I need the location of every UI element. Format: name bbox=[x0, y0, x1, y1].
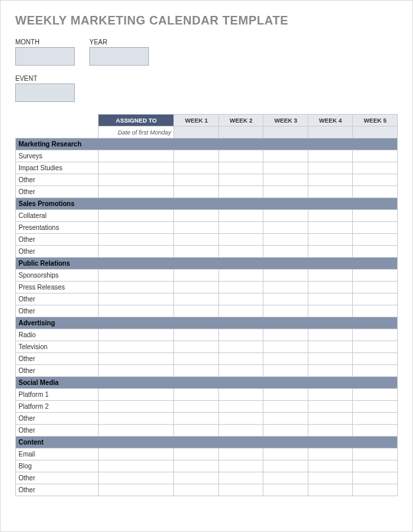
week-cell[interactable] bbox=[263, 329, 308, 341]
assigned-cell[interactable] bbox=[99, 401, 174, 413]
week-cell[interactable] bbox=[174, 353, 218, 365]
week-cell[interactable] bbox=[218, 341, 263, 353]
week-cell[interactable] bbox=[263, 425, 308, 437]
week-cell[interactable] bbox=[174, 246, 218, 258]
week-cell[interactable] bbox=[353, 449, 398, 460]
week-cell[interactable] bbox=[308, 293, 352, 305]
week-cell[interactable] bbox=[263, 246, 308, 258]
week-cell[interactable] bbox=[174, 425, 218, 437]
week-cell[interactable] bbox=[308, 329, 352, 341]
week-cell[interactable] bbox=[263, 186, 308, 198]
week-cell[interactable] bbox=[308, 389, 352, 401]
week-cell[interactable] bbox=[263, 305, 308, 317]
week-cell[interactable] bbox=[263, 389, 308, 401]
assigned-cell[interactable] bbox=[99, 293, 174, 305]
week-cell[interactable] bbox=[308, 484, 352, 496]
week-cell[interactable] bbox=[263, 293, 308, 305]
week-cell[interactable] bbox=[353, 210, 398, 222]
assigned-cell[interactable] bbox=[99, 174, 174, 186]
week-cell[interactable] bbox=[174, 449, 218, 460]
week-cell[interactable] bbox=[218, 282, 263, 293]
week-cell[interactable] bbox=[353, 472, 398, 484]
week-cell[interactable] bbox=[353, 282, 398, 293]
week-cell[interactable] bbox=[174, 282, 218, 293]
week-cell[interactable] bbox=[174, 210, 218, 222]
week-cell[interactable] bbox=[174, 270, 218, 282]
date-week-3[interactable] bbox=[263, 127, 308, 138]
week-cell[interactable] bbox=[263, 401, 308, 413]
week-cell[interactable] bbox=[308, 413, 352, 425]
week-cell[interactable] bbox=[174, 222, 218, 234]
week-cell[interactable] bbox=[174, 365, 218, 377]
week-cell[interactable] bbox=[174, 329, 218, 341]
month-input[interactable] bbox=[15, 47, 75, 66]
week-cell[interactable] bbox=[218, 162, 263, 174]
week-cell[interactable] bbox=[353, 186, 398, 198]
week-cell[interactable] bbox=[218, 460, 263, 472]
assigned-cell[interactable] bbox=[99, 449, 174, 460]
week-cell[interactable] bbox=[263, 174, 308, 186]
assigned-cell[interactable] bbox=[99, 353, 174, 365]
date-week-1[interactable] bbox=[174, 127, 218, 138]
date-week-4[interactable] bbox=[308, 127, 352, 138]
week-cell[interactable] bbox=[353, 222, 398, 234]
week-cell[interactable] bbox=[308, 353, 352, 365]
week-cell[interactable] bbox=[308, 460, 352, 472]
assigned-cell[interactable] bbox=[99, 365, 174, 377]
assigned-cell[interactable] bbox=[99, 389, 174, 401]
week-cell[interactable] bbox=[353, 413, 398, 425]
date-week-2[interactable] bbox=[218, 127, 263, 138]
week-cell[interactable] bbox=[353, 293, 398, 305]
week-cell[interactable] bbox=[218, 353, 263, 365]
week-cell[interactable] bbox=[174, 401, 218, 413]
week-cell[interactable] bbox=[174, 162, 218, 174]
week-cell[interactable] bbox=[308, 449, 352, 460]
assigned-cell[interactable] bbox=[99, 460, 174, 472]
week-cell[interactable] bbox=[308, 305, 352, 317]
week-cell[interactable] bbox=[174, 293, 218, 305]
week-cell[interactable] bbox=[353, 401, 398, 413]
assigned-cell[interactable] bbox=[99, 222, 174, 234]
assigned-cell[interactable] bbox=[99, 186, 174, 198]
week-cell[interactable] bbox=[263, 413, 308, 425]
week-cell[interactable] bbox=[218, 365, 263, 377]
week-cell[interactable] bbox=[263, 150, 308, 162]
week-cell[interactable] bbox=[308, 401, 352, 413]
week-cell[interactable] bbox=[263, 341, 308, 353]
assigned-cell[interactable] bbox=[99, 282, 174, 293]
assigned-cell[interactable] bbox=[99, 210, 174, 222]
week-cell[interactable] bbox=[263, 222, 308, 234]
assigned-cell[interactable] bbox=[99, 425, 174, 437]
event-input[interactable] bbox=[15, 83, 75, 102]
week-cell[interactable] bbox=[308, 282, 352, 293]
week-cell[interactable] bbox=[353, 353, 398, 365]
year-input[interactable] bbox=[89, 47, 149, 66]
week-cell[interactable] bbox=[218, 389, 263, 401]
week-cell[interactable] bbox=[353, 270, 398, 282]
week-cell[interactable] bbox=[174, 472, 218, 484]
week-cell[interactable] bbox=[353, 162, 398, 174]
week-cell[interactable] bbox=[308, 186, 352, 198]
week-cell[interactable] bbox=[263, 210, 308, 222]
week-cell[interactable] bbox=[353, 484, 398, 496]
week-cell[interactable] bbox=[218, 413, 263, 425]
week-cell[interactable] bbox=[218, 174, 263, 186]
date-week-5[interactable] bbox=[353, 127, 398, 138]
week-cell[interactable] bbox=[174, 413, 218, 425]
week-cell[interactable] bbox=[308, 150, 352, 162]
week-cell[interactable] bbox=[308, 234, 352, 246]
assigned-cell[interactable] bbox=[99, 234, 174, 246]
week-cell[interactable] bbox=[353, 365, 398, 377]
week-cell[interactable] bbox=[263, 234, 308, 246]
week-cell[interactable] bbox=[174, 460, 218, 472]
week-cell[interactable] bbox=[308, 270, 352, 282]
assigned-cell[interactable] bbox=[99, 329, 174, 341]
assigned-cell[interactable] bbox=[99, 246, 174, 258]
week-cell[interactable] bbox=[218, 246, 263, 258]
week-cell[interactable] bbox=[174, 341, 218, 353]
week-cell[interactable] bbox=[218, 234, 263, 246]
week-cell[interactable] bbox=[263, 460, 308, 472]
week-cell[interactable] bbox=[353, 246, 398, 258]
week-cell[interactable] bbox=[308, 174, 352, 186]
week-cell[interactable] bbox=[174, 150, 218, 162]
